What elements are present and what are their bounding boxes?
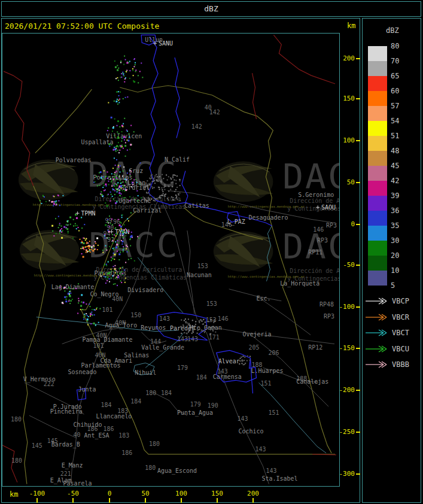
- map-feature: [118, 190, 120, 191]
- y-tick-mark: [356, 140, 360, 141]
- map-feature: [239, 358, 241, 359]
- map-feature: [119, 150, 120, 151]
- map-feature: [120, 233, 121, 235]
- map-feature: [112, 237, 113, 238]
- map-feature: [76, 217, 78, 219]
- map-feature: [128, 259, 129, 260]
- map-feature: [174, 180, 175, 181]
- map-feature: [195, 321, 196, 322]
- map-feature: [167, 180, 168, 181]
- map-feature: [241, 357, 242, 358]
- colorbar-value-label: 5: [391, 281, 415, 290]
- map-feature: [67, 220, 68, 221]
- map-feature: 184: [196, 374, 207, 381]
- map-feature: [120, 195, 121, 196]
- map-feature: [104, 235, 105, 236]
- map-feature: [125, 181, 126, 183]
- map-feature: [111, 257, 112, 258]
- map-feature: 145: [32, 442, 42, 449]
- map-feature: [120, 147, 121, 148]
- map-feature: 180: [11, 457, 22, 464]
- map-feature: [113, 253, 114, 254]
- colorbar-title: dBZ: [386, 26, 399, 35]
- map-feature: 142: [191, 123, 202, 130]
- map-feature: [154, 198, 155, 199]
- colorbar-value-label: 65: [391, 72, 415, 80]
- map-feature: [151, 174, 153, 175]
- map-feature: [126, 180, 127, 181]
- y-tick-mark: [356, 98, 360, 99]
- colorbar-value-label: 80: [391, 42, 415, 50]
- map-feature: [59, 286, 60, 287]
- map-feature: [123, 98, 124, 99]
- map-feature: [68, 287, 69, 288]
- map-feature: [115, 227, 116, 229]
- map-feature: [124, 81, 125, 83]
- map-feature: La_Horqueta: [280, 280, 319, 287]
- map-feature: [111, 180, 112, 181]
- map-feature: [121, 141, 122, 142]
- map-feature: [184, 320, 185, 321]
- map-feature: [114, 235, 115, 236]
- x-tick-mark: [145, 498, 146, 503]
- map-feature: [113, 189, 114, 190]
- map-feature: 40: [74, 432, 81, 438]
- map-feature: [163, 187, 165, 188]
- map-feature: [188, 332, 189, 333]
- map-feature: [165, 196, 166, 197]
- map-feature: [115, 148, 117, 149]
- map-feature: [88, 251, 89, 252]
- map-feature: Sosneado: [68, 369, 97, 375]
- map-feature: [118, 146, 119, 147]
- map-feature: [100, 171, 102, 173]
- map-feature: [65, 300, 67, 302]
- map-feature: [98, 322, 99, 323]
- map-feature: Nacunan: [187, 272, 212, 278]
- map-feature: [174, 191, 175, 192]
- map-feature: [187, 323, 188, 324]
- map-feature: [123, 237, 124, 238]
- map-feature: [128, 133, 129, 135]
- colorbar-swatch: [368, 196, 387, 211]
- map-feature: [54, 202, 56, 204]
- map-feature: [92, 246, 93, 247]
- map-feature: [129, 196, 130, 198]
- map-feature: 186: [121, 450, 132, 456]
- map-feature: [114, 101, 115, 102]
- map-feature: [104, 170, 105, 171]
- map-feature: [83, 318, 84, 320]
- map-feature: [119, 273, 120, 274]
- map-feature: [123, 247, 124, 248]
- map-feature: [106, 237, 108, 238]
- map-feature: [163, 178, 164, 179]
- map-feature: [87, 318, 89, 320]
- map-feature: Cochico: [239, 428, 264, 435]
- map-feature: DACC: [282, 156, 339, 197]
- map-feature: [75, 223, 76, 224]
- map-feature: [136, 182, 138, 183]
- map-feature: DACC: [282, 226, 339, 267]
- map-feature: [120, 190, 121, 191]
- map-feature: [114, 157, 115, 159]
- map-feature: [112, 130, 113, 132]
- map-feature: [127, 150, 128, 151]
- map-feature: [133, 75, 134, 76]
- map-feature: [95, 241, 96, 242]
- map-feature: [107, 221, 108, 223]
- map-feature: Canalejas: [296, 378, 328, 385]
- map-feature: [156, 174, 157, 175]
- map-feature: [89, 241, 90, 242]
- map-feature: [83, 302, 84, 303]
- map-feature: [148, 192, 149, 193]
- map-feature: Catitas: [184, 202, 209, 209]
- map-feature: [117, 285, 118, 286]
- map-feature: [160, 197, 162, 198]
- map-feature: [123, 185, 124, 186]
- map-feature: [156, 180, 157, 181]
- map-feature: [116, 159, 117, 160]
- map-feature: [106, 250, 107, 251]
- map-feature: [111, 181, 112, 183]
- map-feature: [112, 168, 114, 169]
- map-feature: http://www.contingencias.mendoza.gov.ar: [228, 205, 305, 209]
- map-feature: [111, 144, 112, 145]
